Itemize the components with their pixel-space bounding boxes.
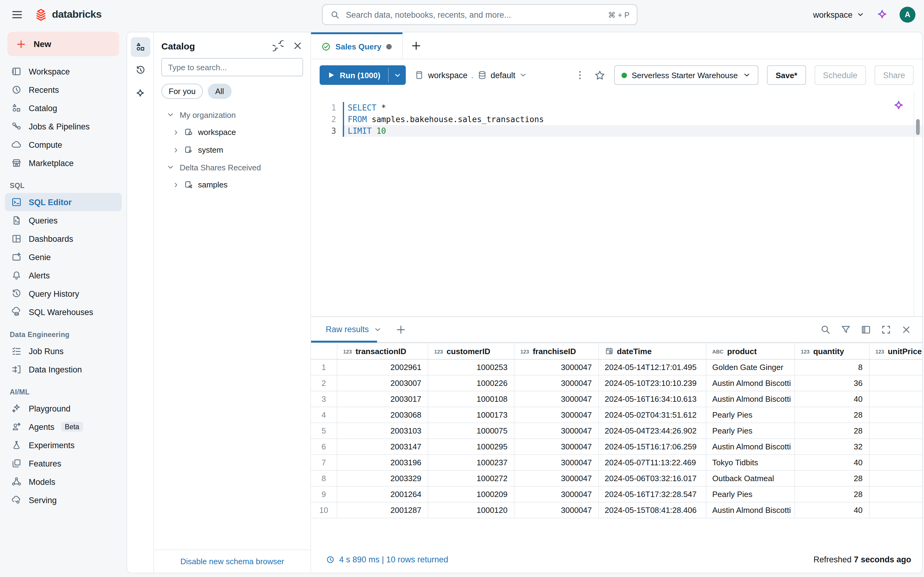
- table-row[interactable]: 82003329100027230000472024-05-06T03:32:1…: [311, 471, 923, 486]
- favorite-star-button[interactable]: [594, 69, 605, 81]
- column-header-transactionID[interactable]: 123transactionID: [337, 343, 428, 359]
- rail-assistant-button[interactable]: [131, 84, 150, 103]
- sql-code-editor[interactable]: 1SELECT *2FROM samples.bakehouse.sales_t…: [311, 91, 922, 316]
- sidebar-item-experiments[interactable]: Experiments: [5, 436, 122, 454]
- column-header-inner: dateTime: [605, 347, 699, 356]
- table-row[interactable]: 52003103100007530000472024-05-04T23:44:2…: [311, 423, 923, 439]
- sidebar-item-sql-editor[interactable]: SQL Editor: [5, 193, 122, 211]
- kebab-menu-button[interactable]: [574, 69, 585, 81]
- cell-transactionID: 2001287: [337, 502, 428, 518]
- column-header-dateTime[interactable]: dateTime: [598, 343, 706, 359]
- raw-results-tab[interactable]: Raw results: [326, 325, 382, 334]
- run-button[interactable]: Run (1000): [320, 65, 388, 85]
- table-row[interactable]: 42003068100017330000472024-05-02T04:31:5…: [311, 407, 923, 423]
- catalog-search-input[interactable]: [162, 58, 303, 76]
- cell-customerID: 1000253: [428, 359, 514, 375]
- row-number-cell: 9: [311, 486, 337, 502]
- disable-schema-browser-link[interactable]: Disable new schema browser: [180, 557, 284, 566]
- sidebar-item-playground[interactable]: Playground: [5, 399, 122, 417]
- rail-history-button[interactable]: [131, 60, 150, 80]
- chevron-down-icon: [743, 71, 751, 79]
- sidebar-item-recents[interactable]: Recents: [5, 81, 122, 99]
- rail-catalog-button[interactable]: [131, 37, 150, 57]
- catalog-tree-item-workspace[interactable]: workspace: [154, 123, 310, 141]
- cell-unitPrice: [869, 359, 923, 375]
- column-header-product[interactable]: ABCproduct: [706, 343, 795, 359]
- table-row[interactable]: 12002961100025330000472024-05-14T12:17:0…: [311, 359, 923, 375]
- features-icon: [11, 458, 22, 469]
- editor-tab-strip: Sales Query: [311, 32, 922, 59]
- column-header-franchiseID[interactable]: 123franchiseID: [514, 343, 598, 359]
- avatar[interactable]: A: [900, 7, 916, 23]
- table-row[interactable]: 62003147100029530000472024-05-15T16:17:0…: [311, 439, 923, 455]
- sidebar-item-queries[interactable]: Queries: [5, 211, 122, 230]
- sidebar-item-label: Dashboards: [29, 234, 73, 243]
- global-search-input[interactable]: Search data, notebooks, recents, and mor…: [322, 4, 637, 25]
- assistant-button[interactable]: [876, 8, 888, 21]
- sidebar-item-genie[interactable]: Genie: [5, 248, 122, 266]
- databricks-logo[interactable]: databricks: [34, 8, 102, 21]
- row-number-cell: 4: [311, 407, 337, 423]
- share-button[interactable]: Share: [874, 65, 914, 85]
- sidebar-item-serving[interactable]: Serving: [5, 491, 122, 509]
- string-type-icon: ABC: [712, 349, 724, 355]
- catalog-tree-item-samples[interactable]: samples: [154, 176, 310, 193]
- column-header-unitPrice[interactable]: 123unitPrice: [869, 343, 923, 359]
- results-columns-button[interactable]: [860, 324, 872, 335]
- results-close-button[interactable]: [900, 324, 913, 335]
- filter-pill-all[interactable]: All: [208, 84, 231, 99]
- table-row[interactable]: 32003017100010830000472024-05-16T16:34:1…: [311, 391, 923, 407]
- schedule-button[interactable]: Schedule: [814, 65, 866, 85]
- query-tab-sales-query[interactable]: Sales Query: [311, 32, 403, 59]
- catalog-gear-icon: [184, 145, 194, 155]
- workspace-switcher[interactable]: workspace: [813, 10, 865, 19]
- table-row[interactable]: 22003007100022630000472024-05-10T23:10:1…: [311, 375, 923, 391]
- sidebar-item-dashboards[interactable]: Dashboards: [5, 230, 122, 248]
- catalog-icon: [135, 42, 146, 53]
- hamburger-menu-button[interactable]: [8, 6, 26, 23]
- sidebar-item-alerts[interactable]: Alerts: [5, 266, 122, 285]
- sidebar-item-query-history[interactable]: Query History: [5, 285, 122, 303]
- sidebar-item-features[interactable]: Features: [5, 454, 122, 472]
- inline-assistant-icon[interactable]: [892, 100, 905, 112]
- number-type-icon: 123: [520, 349, 529, 355]
- cell-quantity: 28: [795, 423, 869, 439]
- catalog-tree-group[interactable]: Delta Shares Received: [154, 159, 310, 176]
- cell-unitPrice: [869, 407, 923, 423]
- sidebar-item-data-ingestion[interactable]: Data Ingestion: [5, 360, 122, 379]
- catalog-refresh-button[interactable]: [273, 40, 284, 51]
- column-header-customerID[interactable]: 123customerID: [428, 343, 514, 359]
- column-header-quantity[interactable]: 123quantity: [795, 343, 869, 359]
- results-search-button[interactable]: [819, 324, 832, 335]
- new-tab-button[interactable]: [403, 32, 430, 59]
- catalog-schema-picker[interactable]: workspace . default: [415, 70, 528, 80]
- table-row[interactable]: 102001287100012030000472024-05-15T08:41:…: [311, 502, 923, 518]
- sidebar-item-compute[interactable]: Compute: [5, 135, 122, 154]
- add-visualization-button[interactable]: [395, 324, 406, 335]
- results-fullscreen-button[interactable]: [880, 324, 892, 335]
- catalog-close-button[interactable]: [292, 40, 303, 51]
- warehouse-selector[interactable]: Serverless Starter Warehouse: [614, 65, 758, 85]
- sidebar-item-marketplace[interactable]: Marketplace: [5, 154, 122, 172]
- catalog-tree-item-system[interactable]: system: [154, 141, 310, 159]
- new-button[interactable]: New: [7, 32, 119, 56]
- save-button[interactable]: Save*: [767, 65, 806, 85]
- sidebar-item-sql-warehouses[interactable]: SQL Warehouses: [5, 303, 122, 321]
- filter-pill-for-you[interactable]: For you: [162, 84, 203, 99]
- run-options-caret[interactable]: [389, 65, 406, 85]
- sidebar-item-jobs-pipelines[interactable]: Jobs & Pipelines: [5, 117, 122, 135]
- sidebar-item-catalog[interactable]: Catalog: [5, 99, 122, 117]
- sidebar-item-job-runs[interactable]: Job Runs: [5, 342, 122, 360]
- sidebar-item-workspace[interactable]: Workspace: [5, 62, 122, 81]
- results-filter-button[interactable]: [840, 324, 852, 335]
- editor-scrollbar[interactable]: [914, 91, 922, 316]
- catalog-tree-group[interactable]: My organization: [154, 106, 310, 123]
- code-token: SELECT: [348, 103, 376, 112]
- sidebar-item-models[interactable]: Models: [5, 472, 122, 491]
- results-footer: 4 s 890 ms | 10 rows returned Refreshed …: [311, 546, 922, 573]
- cell-unitPrice: [869, 486, 923, 502]
- table-row[interactable]: 72003196100023730000472024-05-07T11:13:2…: [311, 455, 923, 471]
- editor-scrollbar-thumb[interactable]: [916, 119, 920, 135]
- sidebar-item-agents[interactable]: AgentsBeta: [5, 417, 122, 436]
- table-row[interactable]: 92001264100020930000472024-05-16T17:32:2…: [311, 486, 923, 502]
